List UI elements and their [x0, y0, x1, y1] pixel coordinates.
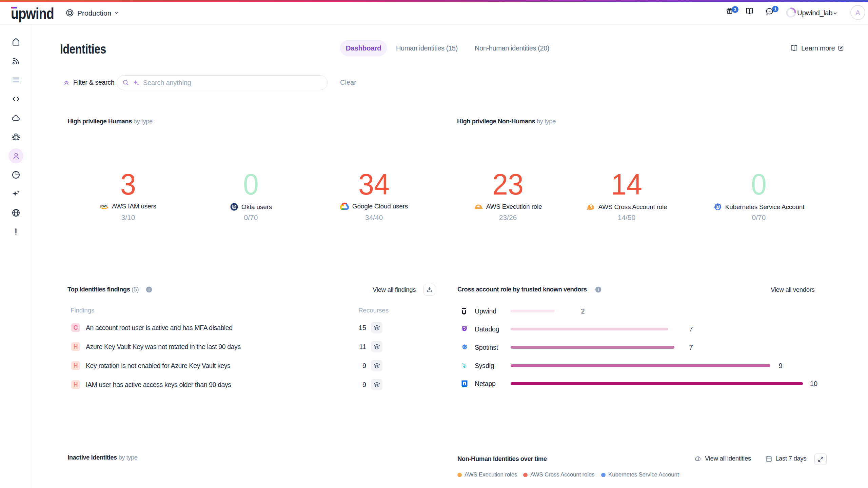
svg-text:aws: aws: [100, 204, 107, 208]
